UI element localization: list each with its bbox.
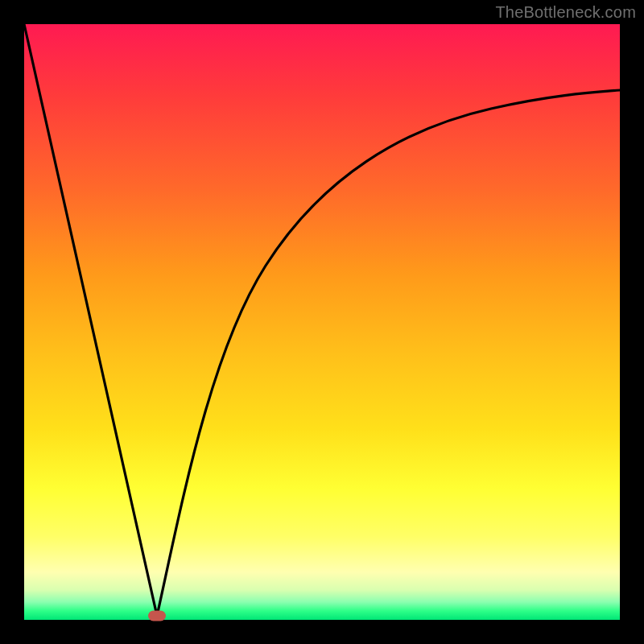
curve-right	[157, 90, 620, 616]
bottleneck-curve	[24, 24, 620, 620]
chart-frame: TheBottleneck.com	[0, 0, 644, 644]
plot-area	[24, 24, 620, 620]
min-point-marker	[148, 611, 166, 621]
watermark-text: TheBottleneck.com	[495, 3, 636, 22]
curve-left	[24, 24, 157, 616]
